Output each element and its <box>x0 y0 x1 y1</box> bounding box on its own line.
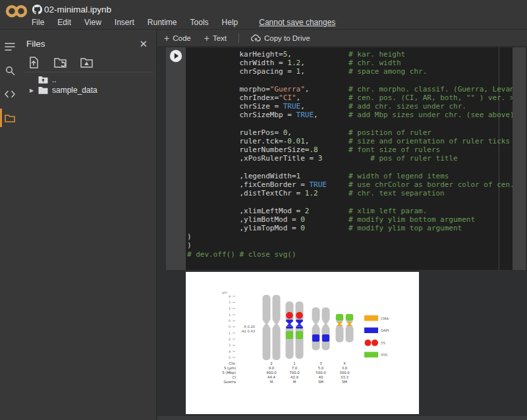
green-band-mark <box>296 331 303 339</box>
code-line[interactable] <box>187 197 513 206</box>
folder-up-icon <box>38 76 48 84</box>
code-line[interactable] <box>187 163 513 172</box>
files-panel: Files ✕ <box>20 30 157 420</box>
run-cell-button[interactable] <box>169 49 182 63</box>
code-line[interactable]: ,xlimLeftMod = 2 # xlim left param. <box>187 207 513 215</box>
rail-search[interactable] <box>0 59 20 82</box>
blue-band-mark <box>322 334 329 342</box>
chromosome-3-p-arm <box>312 307 320 322</box>
ruler-tick-label: 2 <box>229 307 231 310</box>
next-cell-edge <box>157 416 527 420</box>
code-line[interactable]: rulerPos= 0, # position of ruler <box>187 128 513 137</box>
refresh-folder-button[interactable] <box>51 55 69 70</box>
menu-edit[interactable]: Edit <box>57 18 71 27</box>
legend-label: 45S <box>381 353 388 357</box>
table-cell-value: 1 <box>293 361 295 365</box>
table-cell-value: 2 <box>270 361 272 365</box>
table-cell-value: 3 <box>319 361 321 365</box>
table-cell-value: M <box>270 380 273 384</box>
rail-files[interactable] <box>0 106 20 130</box>
table-cell-value: 9.0 <box>269 366 275 370</box>
notebook-title[interactable]: 02-minimal.ipynb <box>44 5 111 14</box>
cell-toolbar: + Code + Text Copy to Drive <box>157 30 527 47</box>
code-line[interactable] <box>187 120 513 128</box>
code-line[interactable] <box>187 76 513 85</box>
code-line[interactable]: rulerNumberSize=.8 # font size of rulers <box>187 145 513 154</box>
plus-icon: + <box>164 33 169 43</box>
tree-item-label: .. <box>52 75 57 84</box>
green-band-mark <box>286 331 293 339</box>
code-line[interactable]: chrSize = TRUE, # add chr. sizes under c… <box>187 102 513 111</box>
code-line[interactable]: ,distTextChr = 1.2 # chr. text separatio… <box>187 189 513 197</box>
chevron-right-icon[interactable]: ▶ <box>29 88 34 93</box>
ruler-tick-label: 2 <box>229 338 231 341</box>
notebook-area: + Code + Text Copy to Drive <box>157 30 527 420</box>
code-line[interactable]: chrSpacing = 1, # space among chr. <box>187 67 513 76</box>
upload-file-button[interactable] <box>25 55 42 70</box>
code-line[interactable]: ) <box>187 241 513 249</box>
code-line[interactable]: ,legendWidth=1 # width of legend items <box>187 172 513 180</box>
code-line[interactable]: karHeight=5, # kar. height <box>187 50 513 59</box>
code-line[interactable]: chrIndex="CI", # cen. pos. (CI, AR, both… <box>187 93 513 102</box>
chromosome-2-p-arm <box>263 295 271 322</box>
app-header: 02-minimal.ipynb File Edit View Insert R… <box>0 0 527 30</box>
menu-file[interactable]: File <box>32 18 44 27</box>
code-line[interactable]: ,fixCenBorder = TRUE # use chrColor as b… <box>187 180 513 189</box>
chromosome-X-centromere <box>337 322 343 327</box>
table-cell-value: 44.4 <box>267 375 276 379</box>
table-cell-value: SM <box>342 380 347 384</box>
ruler-tick-label: 1 <box>229 313 231 317</box>
copy-to-drive-button[interactable]: Copy to Drive <box>244 30 317 47</box>
chromosome-1-p-arm <box>286 302 294 322</box>
colab-window: 02-minimal.ipynb File Edit View Insert R… <box>0 0 527 420</box>
legend-dot-5S <box>372 340 378 346</box>
menu-insert[interactable]: Insert <box>115 18 134 27</box>
code-line[interactable]: ) <box>187 232 513 241</box>
tree-item-sample-data[interactable]: ▶ sample_data <box>20 85 157 95</box>
menu-runtime[interactable]: Runtime <box>148 18 177 27</box>
add-code-cell-button[interactable]: + Code <box>157 30 198 47</box>
code-line[interactable]: ,ylimBotMod = 0 # modify ylim bottom arg… <box>187 215 513 224</box>
code-line[interactable]: chrSizeMbp = TRUE, # add Mbp sizes under… <box>187 111 513 119</box>
table-row-label: CI <box>233 375 236 379</box>
code-line[interactable]: ,ylimTopMod = 0 # modify ylim top argume… <box>187 224 513 232</box>
code-text[interactable]: karHeight=5, # kar. height chrWidth = 1.… <box>187 50 513 259</box>
ruler-tick-label: 1 <box>229 332 231 335</box>
menu-view[interactable]: View <box>84 18 101 27</box>
ruler-tick-label: 3 <box>229 301 231 304</box>
menu-tools[interactable]: Tools <box>190 18 209 27</box>
ruler-tick-label: 0 <box>229 325 231 328</box>
plus-icon: + <box>204 33 209 43</box>
copy-to-drive-label: Copy to Drive <box>264 34 310 42</box>
karyotype-figure: µm43210012345A 0.20A2 0.43CMADAPI5S45SCh… <box>186 272 419 414</box>
chromosome-1-centromere <box>287 322 293 327</box>
close-icon[interactable]: ✕ <box>136 38 150 50</box>
legend-label: CMA <box>381 317 389 321</box>
code-line[interactable]: ,xPosRulerTitle = 3 # pos of ruler title <box>187 154 513 163</box>
menu-help[interactable]: Help <box>222 18 238 27</box>
code-line[interactable]: ruler.tck=-0.01, # size and orientation … <box>187 137 513 145</box>
code-editor[interactable]: karHeight=5, # kar. height chrWidth = 1.… <box>186 47 513 270</box>
table-cell-value: 7.0 <box>292 366 298 370</box>
legend-label: 5S <box>381 341 385 345</box>
rail-code-snippets[interactable] <box>0 82 20 106</box>
blue-band-mark <box>296 320 303 323</box>
red-dot-mark <box>286 312 293 319</box>
rail-table-of-contents[interactable] <box>0 35 20 59</box>
upload-file-icon <box>28 57 39 68</box>
mount-drive-button[interactable] <box>78 55 95 70</box>
tree-item-parent-dir[interactable]: .. <box>20 74 157 85</box>
chromosome-1-p-arm <box>296 302 304 322</box>
save-status-link[interactable]: Cannot save changes <box>259 18 335 27</box>
tree-item-label: sample_data <box>52 86 97 95</box>
chromosome-1-q-arm <box>296 326 304 359</box>
code-line[interactable]: morpho="Guerra", # chr. morpho. classif.… <box>187 85 513 93</box>
code-line[interactable]: # dev.off() # close svg() <box>187 250 513 259</box>
legend-label: DAPI <box>381 328 389 332</box>
code-line[interactable]: chrWidth = 1.2, # chr. width <box>187 59 513 67</box>
colab-logo[interactable] <box>5 4 28 21</box>
cell-gutter <box>166 47 186 270</box>
cloud-upload-icon <box>251 34 261 41</box>
cell-output-image: µm43210012345A 0.20A2 0.43CMADAPI5S45SCh… <box>186 272 419 414</box>
add-text-cell-button[interactable]: + Text <box>198 30 233 47</box>
